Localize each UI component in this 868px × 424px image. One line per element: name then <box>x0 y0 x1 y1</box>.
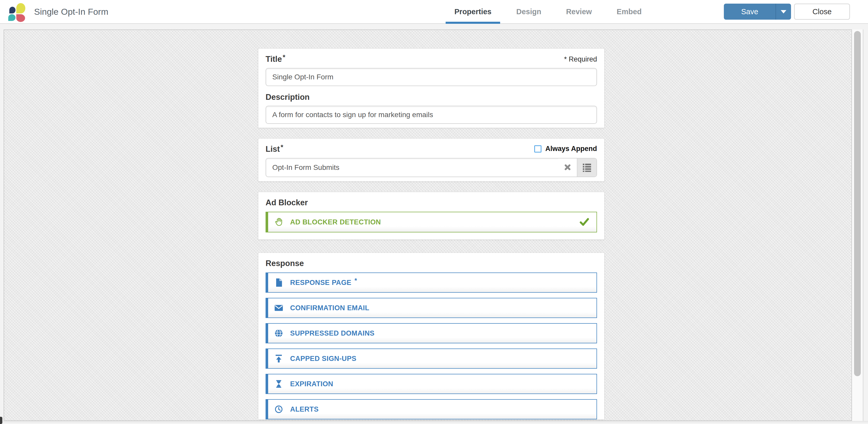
content-panel: Title* * Required Description List* Alwa… <box>4 29 852 421</box>
capped-sign-ups-button[interactable]: CAPPED SIGN-UPS <box>266 348 597 369</box>
required-asterisk: * <box>354 277 357 284</box>
hourglass-icon <box>274 379 284 388</box>
confirmation-email-button[interactable]: CONFIRMATION EMAIL <box>266 298 597 318</box>
hand-icon <box>274 217 284 227</box>
horizontal-scrollbar[interactable] <box>0 421 868 424</box>
envelope-icon <box>274 303 284 313</box>
tab-review[interactable]: Review <box>557 0 601 23</box>
clear-x-icon <box>563 163 572 172</box>
always-append-label: Always Append <box>545 145 597 153</box>
required-asterisk: * <box>283 53 285 61</box>
upload-cap-icon <box>274 354 284 363</box>
tab-properties[interactable]: Properties <box>445 0 500 23</box>
always-append-control: Always Append <box>534 144 597 153</box>
clear-list-button[interactable] <box>558 159 577 176</box>
tab-bar: Properties Design Review Embed <box>445 0 658 23</box>
header-actions: Save Close <box>724 4 850 20</box>
description-label: Description <box>266 92 597 102</box>
list-label: List* <box>266 144 283 154</box>
list-icon <box>582 162 592 173</box>
logo-petal-navy <box>9 7 16 13</box>
response-heading: Response <box>266 258 597 268</box>
logo-petal-red <box>16 14 25 22</box>
app-logo <box>8 3 25 21</box>
vertical-scrollbar[interactable] <box>852 29 863 421</box>
response-page-button[interactable]: RESPONSE PAGE * <box>266 273 597 293</box>
vertical-scrollbar-thumb[interactable] <box>854 31 861 376</box>
list-input[interactable] <box>266 159 558 176</box>
ad-blocker-heading: Ad Blocker <box>266 198 597 207</box>
expiration-button[interactable]: EXPIRATION <box>266 374 597 394</box>
app-header: Single Opt-In Form Properties Design Rev… <box>0 0 868 24</box>
ad-blocker-detection-button[interactable]: AD BLOCKER DETECTION <box>266 212 597 232</box>
horizontal-scrollbar-thumb[interactable] <box>0 417 2 424</box>
file-icon <box>274 278 284 287</box>
response-card: Response RESPONSE PAGE * CONFIRMATION EM… <box>258 253 604 420</box>
tab-design[interactable]: Design <box>507 0 550 23</box>
title-card: Title* * Required Description <box>258 48 604 128</box>
save-dropdown-button[interactable] <box>776 4 791 20</box>
title-input[interactable] <box>266 68 597 86</box>
alerts-button[interactable]: ALERTS <box>266 399 597 419</box>
required-asterisk: * <box>281 143 283 151</box>
always-append-checkbox[interactable] <box>534 145 541 152</box>
description-input[interactable] <box>266 106 597 124</box>
save-split-button: Save <box>724 4 791 20</box>
logo-petal-teal <box>8 14 16 21</box>
globe-icon <box>274 329 284 338</box>
browse-lists-button[interactable] <box>577 159 596 176</box>
tab-embed[interactable]: Embed <box>608 0 650 23</box>
logo-petal-yellow <box>16 3 25 13</box>
save-button[interactable]: Save <box>724 4 776 20</box>
page-title: Single Opt-In Form <box>34 0 108 23</box>
check-icon <box>579 217 590 227</box>
suppressed-domains-button[interactable]: SUPPRESSED DOMAINS <box>266 323 597 343</box>
list-input-group <box>266 158 597 177</box>
list-card: List* Always Append <box>258 138 604 181</box>
clock-icon <box>274 405 284 414</box>
title-label: Title* <box>266 54 285 64</box>
chevron-down-icon <box>781 10 786 13</box>
required-note: * Required <box>564 54 597 63</box>
close-button[interactable]: Close <box>794 4 850 20</box>
ad-blocker-card: Ad Blocker AD BLOCKER DETECTION <box>258 192 604 240</box>
